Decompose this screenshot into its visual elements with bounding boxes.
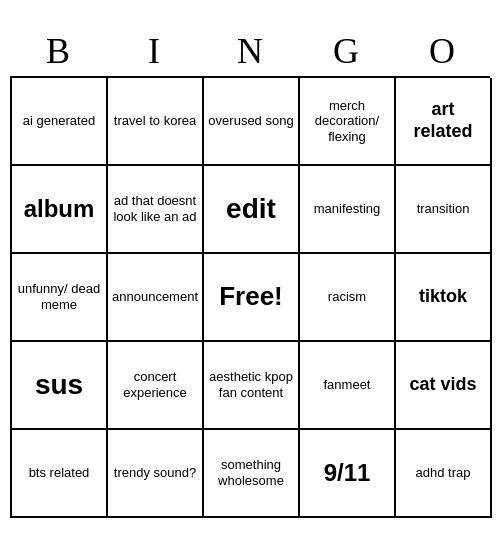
bingo-cell: Free!: [204, 254, 300, 342]
header-letter: B: [14, 30, 102, 72]
bingo-cell: art related: [396, 78, 492, 166]
bingo-cell: aesthetic kpop fan content: [204, 342, 300, 430]
bingo-cell: something wholesome: [204, 430, 300, 518]
bingo-cell: concert experience: [108, 342, 204, 430]
bingo-cell: ai generated: [12, 78, 108, 166]
bingo-cell: album: [12, 166, 108, 254]
bingo-cell: travel to korea: [108, 78, 204, 166]
bingo-cell: announcement: [108, 254, 204, 342]
bingo-cell: edit: [204, 166, 300, 254]
bingo-cell: adhd trap: [396, 430, 492, 518]
bingo-cell: manifesting: [300, 166, 396, 254]
bingo-cell: tiktok: [396, 254, 492, 342]
bingo-cell: merch decoration/ flexing: [300, 78, 396, 166]
header-letter: G: [302, 30, 390, 72]
bingo-cell: unfunny/ dead meme: [12, 254, 108, 342]
bingo-cell: overused song: [204, 78, 300, 166]
header-letter: N: [206, 30, 294, 72]
bingo-cell: transition: [396, 166, 492, 254]
bingo-cell: fanmeet: [300, 342, 396, 430]
bingo-card: BINGO ai generatedtravel to koreaoveruse…: [10, 26, 490, 518]
bingo-grid: ai generatedtravel to koreaoverused song…: [10, 76, 490, 518]
header-letter: I: [110, 30, 198, 72]
bingo-cell: cat vids: [396, 342, 492, 430]
bingo-cell: ad that doesnt look like an ad: [108, 166, 204, 254]
bingo-cell: racism: [300, 254, 396, 342]
bingo-cell: trendy sound?: [108, 430, 204, 518]
bingo-cell: bts related: [12, 430, 108, 518]
bingo-cell: 9/11: [300, 430, 396, 518]
bingo-cell: sus: [12, 342, 108, 430]
header-letter: O: [398, 30, 486, 72]
bingo-header: BINGO: [10, 26, 490, 76]
